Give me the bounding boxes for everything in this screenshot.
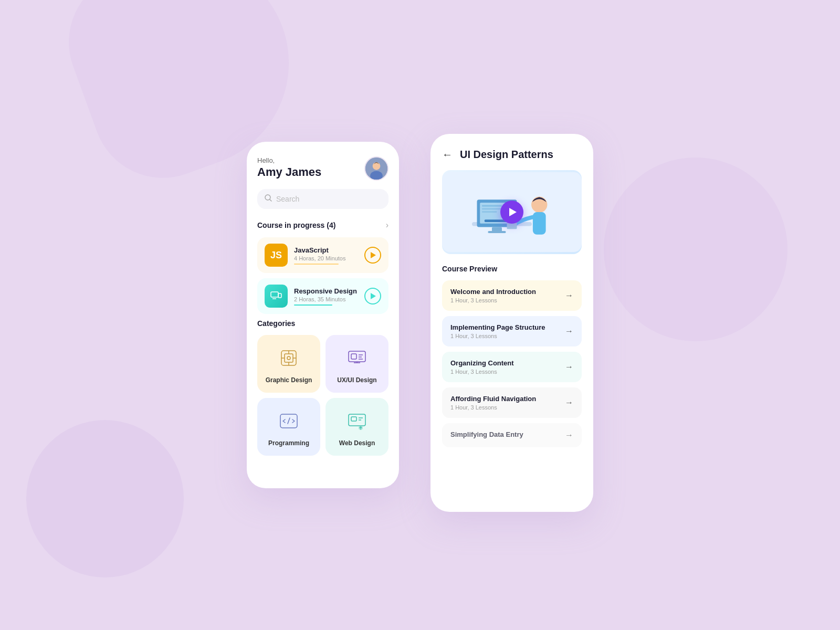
- js-course-meta: 4 Horas, 20 Minutos: [294, 255, 358, 261]
- courses-section-header: Course in progress (4) ›: [257, 220, 388, 230]
- category-ux-ui[interactable]: UX/UI Design: [326, 335, 388, 393]
- svg-rect-9: [285, 354, 293, 362]
- back-button[interactable]: ←: [442, 149, 453, 161]
- svg-rect-16: [351, 354, 356, 359]
- ux-ui-icon: [346, 347, 368, 371]
- course-preview-label: Course Preview: [442, 265, 582, 273]
- course-detail-title: UI Design Patterns: [460, 149, 553, 161]
- courses-more-arrow[interactable]: ›: [386, 220, 388, 230]
- js-play-button[interactable]: [364, 247, 381, 264]
- lesson-2-meta: 1 Hour, 3 Lessons: [450, 333, 545, 339]
- course-card-responsive[interactable]: Responsive Design 2 Horas, 35 Minutos: [257, 278, 388, 314]
- svg-rect-36: [482, 211, 497, 213]
- lesson-4-meta: 1 Hour, 3 Lessons: [450, 404, 536, 411]
- svg-point-2: [370, 171, 383, 181]
- responsive-course-info: Responsive Design 2 Horas, 35 Minutos: [294, 287, 358, 306]
- search-placeholder: Search: [276, 195, 299, 203]
- avatar: [364, 156, 388, 181]
- lesson-item-2[interactable]: Implementing Page Structure 1 Hour, 3 Le…: [442, 316, 582, 346]
- lesson-item-1[interactable]: Welcome and Introduction 1 Hour, 3 Lesso…: [442, 280, 582, 311]
- responsive-course-meta: 2 Horas, 35 Minutos: [294, 296, 358, 302]
- svg-line-4: [270, 200, 271, 201]
- graphic-design-label: Graphic Design: [266, 376, 312, 384]
- js-course-info: JavaScript 4 Horas, 20 Minutos: [294, 246, 358, 265]
- category-programming[interactable]: Programming: [257, 398, 320, 456]
- js-progress-bar: [294, 264, 339, 265]
- responsive-play-button[interactable]: [364, 288, 381, 304]
- lesson-5-arrow: →: [565, 430, 573, 440]
- svg-rect-38: [488, 231, 506, 233]
- web-design-icon: [346, 410, 368, 434]
- user-name: Amy James: [257, 165, 321, 179]
- right-phone: ← UI Design Patterns: [430, 134, 593, 512]
- greeting-row: Hello, Amy James: [257, 156, 388, 181]
- lesson-item-3[interactable]: Organizing Content 1 Hour, 3 Lessons →: [442, 352, 582, 382]
- lesson-5-title: Simplifying Data Entry: [450, 430, 523, 438]
- svg-rect-34: [482, 205, 502, 207]
- course-preview-image[interactable]: [442, 170, 582, 254]
- lesson-1-arrow: →: [565, 291, 573, 300]
- courses-section-title: Course in progress (4): [257, 221, 335, 229]
- lesson-3-meta: 1 Hour, 3 Lessons: [450, 369, 514, 375]
- lesson-4-title: Affording Fluid Navigation: [450, 395, 536, 403]
- responsive-play-icon: [371, 293, 376, 299]
- video-play-button[interactable]: [500, 201, 523, 224]
- lesson-2-arrow: →: [565, 327, 573, 336]
- category-web-design[interactable]: Web Design: [326, 398, 388, 456]
- lesson-1-info: Welcome and Introduction 1 Hour, 3 Lesso…: [450, 288, 536, 303]
- svg-rect-25: [351, 417, 356, 421]
- lesson-2-info: Implementing Page Structure 1 Hour, 3 Le…: [450, 323, 545, 339]
- lesson-1-title: Welcome and Introduction: [450, 288, 536, 296]
- search-bar[interactable]: Search: [257, 189, 388, 209]
- category-graphic-design[interactable]: Graphic Design: [257, 335, 320, 393]
- bg-decoration-3: [604, 158, 788, 341]
- lesson-item-4[interactable]: Affording Fluid Navigation 1 Hour, 3 Les…: [442, 387, 582, 418]
- svg-rect-5: [271, 292, 278, 297]
- js-icon: JS: [265, 244, 288, 267]
- svg-point-1: [373, 162, 381, 170]
- search-icon: [265, 194, 272, 204]
- greeting-text: Hello,: [257, 156, 321, 164]
- svg-line-23: [288, 418, 290, 424]
- greeting-block: Hello, Amy James: [257, 156, 321, 179]
- lesson-4-arrow: →: [565, 398, 573, 407]
- web-design-label: Web Design: [339, 439, 375, 447]
- categories-grid: Graphic Design UX/: [257, 335, 388, 456]
- responsive-course-name: Responsive Design: [294, 287, 358, 295]
- programming-icon: [278, 410, 300, 434]
- bg-decoration-2: [26, 420, 184, 578]
- lesson-3-arrow: →: [565, 362, 573, 372]
- svg-rect-41: [533, 212, 546, 235]
- avatar-img: [365, 156, 387, 181]
- ux-ui-label: UX/UI Design: [337, 376, 376, 384]
- js-course-name: JavaScript: [294, 246, 358, 254]
- lesson-3-title: Organizing Content: [450, 359, 514, 367]
- course-card-javascript[interactable]: JS JavaScript 4 Horas, 20 Minutos: [257, 237, 388, 273]
- js-play-icon: [371, 252, 376, 258]
- lesson-item-5-partial[interactable]: Simplifying Data Entry →: [442, 423, 582, 447]
- video-play-icon: [509, 208, 517, 216]
- programming-label: Programming: [268, 439, 309, 447]
- lesson-1-meta: 1 Hour, 3 Lessons: [450, 297, 536, 303]
- lesson-3-info: Organizing Content 1 Hour, 3 Lessons: [450, 359, 514, 375]
- lesson-2-title: Implementing Page Structure: [450, 323, 545, 331]
- course-detail-header: ← UI Design Patterns: [442, 149, 582, 161]
- svg-point-14: [287, 356, 290, 360]
- svg-rect-6: [278, 293, 281, 298]
- left-phone: Hello, Amy James Search: [247, 142, 399, 488]
- categories-title: Categories: [257, 319, 295, 328]
- categories-section: Categories Gr: [257, 319, 388, 456]
- graphic-design-icon: [278, 347, 300, 371]
- responsive-icon: [265, 285, 288, 308]
- categories-section-header: Categories: [257, 319, 388, 328]
- responsive-progress-bar: [294, 304, 332, 306]
- lesson-4-info: Affording Fluid Navigation 1 Hour, 3 Les…: [450, 395, 536, 411]
- lesson-5-info: Simplifying Data Entry: [450, 430, 523, 440]
